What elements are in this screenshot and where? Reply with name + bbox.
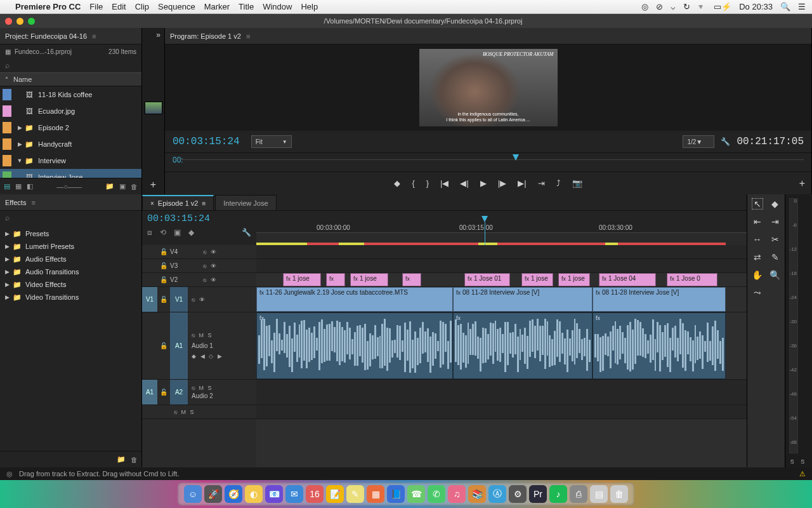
video-clip[interactable]: fx1 jose — [558, 273, 590, 286]
dock-app-icon[interactable]: Ⓐ — [488, 485, 506, 503]
menu-extra-icon[interactable]: ☰ — [798, 2, 806, 11]
project-item[interactable]: ▶ 📁 Handycraft — [0, 136, 141, 152]
effects-folder[interactable]: ▶📁Video Transitions — [0, 291, 141, 304]
video-clip[interactable]: fx1 jose — [521, 273, 553, 286]
dock-app-icon[interactable]: ▤ — [590, 485, 608, 503]
dock-app-icon[interactable]: ☎ — [407, 485, 425, 503]
pen-tool-icon[interactable]: ✎ — [769, 251, 781, 263]
dock-app-icon[interactable]: 📚 — [468, 485, 486, 503]
audio-clip[interactable]: fx — [256, 312, 453, 379]
dock-app-icon[interactable]: ✎ — [346, 485, 364, 503]
new-bin-icon[interactable]: 📁 — [105, 182, 114, 190]
panel-menu-icon[interactable]: ≡ — [246, 32, 250, 40]
track-header-v4[interactable]: 🔓V4⎋ 👁 — [142, 245, 256, 259]
dock-app-icon[interactable]: ☺ — [184, 485, 202, 503]
track-select-tool-icon[interactable]: ◆ — [769, 198, 781, 210]
project-item[interactable]: 🖼 Interview Jose — [0, 169, 141, 178]
dock-app-icon[interactable]: ◐ — [245, 485, 263, 503]
new-bin-icon[interactable]: 📁 — [117, 455, 126, 464]
project-bin-list[interactable]: 🖼 11-18 Kids coffee 🖼 Ecuador.jpg ▶ 📁 Ep… — [0, 86, 141, 178]
zoom-fit-select[interactable]: Fit▼ — [251, 135, 292, 148]
goto-in-button[interactable]: |◀ — [440, 178, 449, 188]
dock-app-icon[interactable]: 📘 — [387, 485, 405, 503]
timemachine-icon[interactable]: ↻ — [683, 2, 690, 11]
menu-edit[interactable]: Edit — [112, 2, 126, 11]
snap-icon[interactable]: ⧈ — [147, 228, 152, 237]
audio-clip[interactable]: fx — [593, 312, 726, 379]
effects-folder[interactable]: ▶📁Lumetri Presets — [0, 240, 141, 253]
link-selection-icon[interactable]: ⟲ — [160, 228, 166, 237]
effects-search[interactable]: ⌕ — [0, 211, 141, 225]
minimize-window-button[interactable] — [16, 18, 23, 25]
mark-out-button[interactable]: } — [426, 178, 429, 188]
effects-folder[interactable]: ▶📁Audio Effects — [0, 253, 141, 265]
selection-tool-icon[interactable]: ↖ — [752, 198, 763, 210]
list-view-icon[interactable]: ▤ — [4, 182, 10, 190]
menu-sequence[interactable]: Sequence — [158, 2, 195, 11]
dock-app-icon[interactable]: 🗑 — [610, 485, 628, 503]
app-name[interactable]: Premiere Pro CC — [15, 2, 81, 11]
dock-app-icon[interactable]: ♪ — [549, 485, 567, 503]
dock-app-icon[interactable]: ▦ — [367, 485, 384, 503]
project-item[interactable]: 🖼 11-18 Kids coffee — [0, 86, 141, 103]
add-button-icon[interactable]: + — [799, 178, 805, 189]
effects-list[interactable]: ▶📁Presets▶📁Lumetri Presets▶📁Audio Effect… — [0, 225, 141, 451]
marker-icon[interactable]: ◆ — [188, 228, 194, 237]
program-timecode[interactable]: 00:03:15:24 — [173, 136, 240, 147]
zoom-tool-icon[interactable]: 🔍 — [769, 269, 781, 281]
panel-menu-icon[interactable]: ≡ — [31, 199, 35, 206]
menu-marker[interactable]: Marker — [204, 2, 230, 11]
freeform-view-icon[interactable]: ◧ — [27, 182, 33, 190]
add-panel-button[interactable]: + — [142, 179, 164, 190]
timeline-timecode[interactable]: 00:03:15:24 — [147, 213, 251, 224]
rate-stretch-tool-icon[interactable]: ↔ — [752, 234, 763, 245]
rolling-edit-tool-icon[interactable]: ⇥ — [769, 216, 781, 227]
video-clip[interactable]: fx1 jose — [350, 273, 388, 286]
dock-app-icon[interactable]: 🧭 — [225, 485, 242, 503]
program-scrubber[interactable]: 00: — [165, 152, 811, 171]
program-panel-header[interactable]: Program: Episode 1 v2 ≡ — [165, 28, 811, 44]
project-item[interactable]: ▼ 📁 Interview — [0, 152, 141, 169]
track-header-a1[interactable]: 🔓A1⎋ M SAudio 1◆ ◀ ◇ ▶ — [142, 312, 256, 380]
menu-title[interactable]: Title — [239, 2, 254, 11]
panel-menu-icon[interactable]: ≡ — [92, 32, 96, 40]
disclosure-icon[interactable]: ▼ — [15, 157, 24, 164]
close-tab-icon[interactable]: × — [150, 200, 154, 207]
track-header-v2[interactable]: 🔓V2⎋ 👁 — [142, 273, 256, 287]
cc-icon[interactable]: ◎ — [641, 2, 648, 11]
disclosure-icon[interactable]: ▶ — [15, 124, 24, 131]
wifi-icon[interactable]: ᯤ — [698, 2, 706, 11]
timeline-lanes[interactable]: fx1 josefxfx1 josefxfx1 Jose 01fx1 josef… — [256, 245, 747, 467]
disclosure-icon[interactable]: ▶ — [5, 294, 13, 300]
spotlight-icon[interactable]: 🔍 — [780, 2, 790, 11]
step-fwd-button[interactable]: |▶ — [498, 178, 506, 188]
hand-tool-icon[interactable]: ✋ — [752, 269, 763, 281]
video-clip[interactable]: fx08 11-28 Interview Jose [V] — [453, 287, 593, 312]
razor-tool-icon[interactable]: ✂ — [769, 234, 781, 245]
settings-icon[interactable]: 🔧 — [242, 228, 251, 237]
track-header-v3[interactable]: 🔓V3⎋ 👁 — [142, 259, 256, 273]
disclosure-icon[interactable]: ▶ — [5, 256, 13, 262]
project-item[interactable]: ▶ 📁 Episode 2 — [0, 119, 141, 136]
settings-icon[interactable]: 🔧 — [721, 137, 730, 146]
effects-folder[interactable]: ▶📁Video Effects — [0, 278, 141, 291]
project-item[interactable]: 🖼 Ecuador.jpg — [0, 103, 141, 119]
dock-app-icon[interactable]: 16 — [306, 485, 324, 503]
dock-app-icon[interactable]: ⎙ — [570, 485, 587, 503]
track-header-a2[interactable]: A1🔓A2⎋ M SAudio 2 — [142, 380, 256, 405]
clock[interactable]: Do 20:33 — [739, 2, 773, 11]
ripple-edit-tool-icon[interactable]: ⇤ — [752, 216, 763, 227]
video-clip[interactable]: fx1 Jose 01 — [464, 273, 510, 286]
dock-app-icon[interactable]: Pr — [529, 485, 547, 503]
disclosure-icon[interactable]: ▶ — [5, 269, 13, 275]
dock-app-icon[interactable]: ♫ — [448, 485, 466, 503]
resolution-select[interactable]: 1/2▼ — [683, 135, 714, 148]
source-thumbnail[interactable] — [145, 102, 162, 114]
program-video-area[interactable]: BOSQUE PROTECTOR AKUTAM in the indigenou… — [165, 44, 811, 131]
battery-icon[interactable]: ▭⚡ — [714, 2, 731, 11]
mark-in-button[interactable]: { — [412, 178, 414, 188]
video-clip[interactable]: fx — [402, 273, 421, 286]
dock-app-icon[interactable]: ✆ — [428, 485, 445, 503]
extract-button[interactable]: ⤴ — [556, 178, 561, 188]
track-header-a3[interactable]: ⎋ M S — [142, 405, 256, 419]
